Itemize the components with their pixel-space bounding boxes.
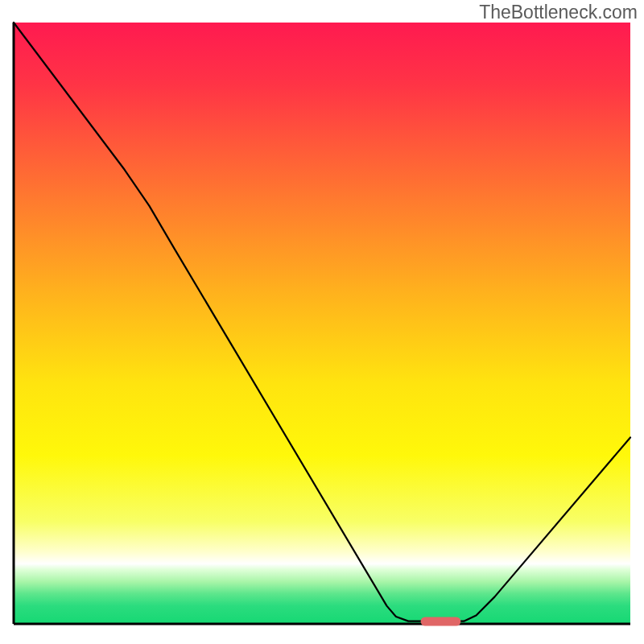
plot-svg [0, 0, 644, 644]
optimum-marker [421, 617, 461, 626]
chart: TheBottleneck.com [0, 0, 644, 644]
plot-background [14, 23, 630, 624]
watermark-text: TheBottleneck.com [479, 2, 638, 23]
